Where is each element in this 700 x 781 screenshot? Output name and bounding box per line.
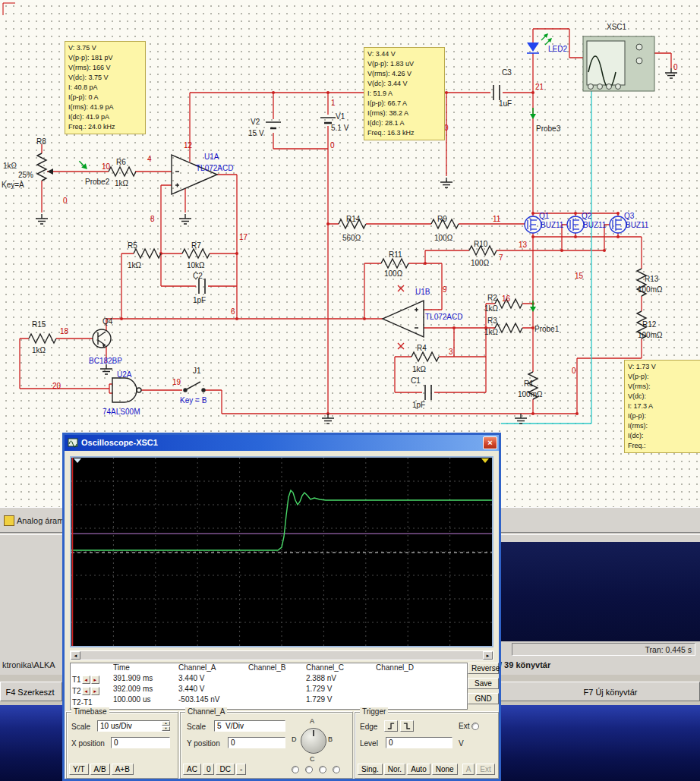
channel-a-group: Channel_A Scale Y position AC0DC- ABCD <box>180 712 353 779</box>
scope-hscrollbar[interactable]: ◄ ► <box>70 650 493 660</box>
trigger-level-input[interactable] <box>386 737 452 748</box>
schematic-sheet[interactable]: R81kΩ25%Key=AProbe2R61kΩR51kΩR710kΩC21pF… <box>0 0 700 507</box>
channel-radio[interactable] <box>319 766 326 773</box>
cursor-next-button[interactable]: ► <box>91 676 99 684</box>
probe-reading: I: 51.9 A <box>367 89 441 99</box>
led-emission-arrows <box>541 33 552 45</box>
cursor1-marker-icon[interactable] <box>74 458 81 463</box>
scroll-right-button[interactable]: ► <box>483 651 493 660</box>
timebase-scale-spinner[interactable]: ▲ ▼ <box>162 721 170 731</box>
probe-reading: V(dc): 3.44 V <box>367 79 441 89</box>
channel-radio[interactable] <box>333 766 340 773</box>
probe-reading: V(p-p): 1.83 uV <box>367 59 441 69</box>
sheet-border-corner <box>3 3 15 15</box>
reverse-button[interactable]: Reverse <box>468 663 499 674</box>
probe-arrows[interactable] <box>77 108 536 312</box>
channel-select-knob[interactable] <box>301 728 326 754</box>
knob-letter: C <box>310 755 315 763</box>
column-header: Channel_B <box>248 663 306 674</box>
channel-radio[interactable] <box>292 766 299 773</box>
probe-reading: I(rms): 41.9 pA <box>68 102 142 112</box>
gnd-button[interactable]: GND <box>468 693 499 704</box>
channel-select-area: ABCD <box>289 717 337 766</box>
probe-reading: V(rms): 166 V <box>68 63 142 73</box>
trigger-ext-radio[interactable] <box>471 723 479 730</box>
channel-a-legend: Channel_A <box>185 707 227 716</box>
cursor2-marker-icon[interactable] <box>481 458 489 463</box>
probe-reading: Freq.: 16.3 kHz <box>367 128 441 138</box>
trigger-disabled-buttons: AExt <box>462 764 495 775</box>
cursor-value <box>376 685 438 695</box>
channel-a-ypos-input[interactable] <box>228 737 285 748</box>
mosfet-symbols[interactable] <box>525 216 626 233</box>
nor--button[interactable]: Nor. <box>384 764 405 775</box>
probe-reading: I(p-p): 0 A <box>68 93 142 102</box>
a-button[interactable]: A <box>462 764 475 775</box>
auto-button[interactable]: Auto <box>407 764 430 775</box>
probe-reading: I(p-p): <box>628 411 700 421</box>
knob-letter: D <box>292 735 297 743</box>
f7-new-folder-button[interactable]: F7 Új könyvtár <box>497 682 700 701</box>
toolbar-icon[interactable] <box>4 515 14 526</box>
channel-a-scale-input[interactable] <box>214 720 285 732</box>
timebase-group: Timebase Scale ▲ ▼ X position Y/TA/BA+B <box>66 712 178 779</box>
cursor-value: 1.729 V <box>306 695 376 706</box>
led-symbol[interactable] <box>527 33 552 53</box>
timebase-xpos-label: X position <box>71 739 105 748</box>
probe-reading: V(p-p): <box>628 372 700 382</box>
oscilloscope-window[interactable]: Oscilloscope-XSC1 × ◄ ► T1◄►T2◄ <box>62 433 501 781</box>
a-b-button[interactable]: A+B <box>112 764 134 775</box>
close-button[interactable]: × <box>483 436 497 449</box>
ac-button[interactable]: AC <box>183 764 201 775</box>
sing--button[interactable]: Sing. <box>358 764 383 775</box>
cursor-labels: T1◄►T2◄►T2-T1 <box>71 663 113 709</box>
scope-grid <box>71 458 492 646</box>
cursor-value <box>248 674 306 685</box>
cursor-value: 3.440 V <box>178 674 248 685</box>
ext-button[interactable]: Ext <box>476 764 494 775</box>
timebase-xpos-input[interactable] <box>111 737 170 748</box>
trigger-group: Trigger Edge Ext Level V Sing.Nor.AutoNo… <box>355 712 499 779</box>
scope-screen[interactable] <box>70 456 493 647</box>
spin-down-icon[interactable]: ▼ <box>162 726 170 731</box>
knob-letter: A <box>310 717 314 725</box>
probe-reading: V(rms): <box>628 382 700 392</box>
channel-radio[interactable] <box>305 766 313 773</box>
cursor-value: -503.145 nV <box>178 695 248 706</box>
cursor-prev-button[interactable]: ◄ <box>82 676 90 684</box>
cursor-table: TimeChannel_AChannel_BChannel_CChannel_D… <box>113 663 438 709</box>
trigger-edge-label: Edge <box>360 723 377 731</box>
scope-body: ◄ ► T1◄►T2◄►T2-T1 TimeChannel_AChannel_B… <box>65 451 499 779</box>
cursor-value <box>248 685 306 695</box>
cursor-next-button[interactable]: ► <box>91 687 99 695</box>
cursor-prev-button[interactable]: ◄ <box>82 687 90 695</box>
probe-box-right: V: 1.73 VV(p-p):V(rms):V(dc):I: 17.3 AI(… <box>624 360 700 453</box>
save-button[interactable]: Save <box>468 678 499 689</box>
--button[interactable]: - <box>236 764 246 775</box>
f4-edit-button[interactable]: F4 Szerkeszt <box>0 682 62 701</box>
xsc1-instrument-icon[interactable] <box>583 36 654 91</box>
spin-up-icon[interactable]: ▲ <box>162 721 170 726</box>
falling-edge-button[interactable] <box>400 720 414 732</box>
0-button[interactable]: 0 <box>203 764 215 775</box>
scroll-left-button[interactable]: ◄ <box>71 651 80 660</box>
none-button[interactable]: None <box>432 764 458 775</box>
trigger-ext: Ext <box>459 722 479 730</box>
cursor-label: T2-T1 <box>72 698 93 707</box>
timebase-scale-input[interactable] <box>97 720 170 732</box>
titlebar[interactable]: Oscilloscope-XSC1 × <box>65 435 499 451</box>
timebase-scale-label: Scale <box>71 723 90 731</box>
y-t-button[interactable]: Y/T <box>69 764 89 775</box>
scope-plot <box>71 458 492 646</box>
rising-edge-button[interactable] <box>384 720 398 732</box>
column-header: Channel_A <box>178 663 248 674</box>
a-b-button[interactable]: A/B <box>90 764 110 775</box>
cursor-value: 2.388 nV <box>306 674 376 685</box>
trigger-legend: Trigger <box>360 707 388 716</box>
scope-channel-wire[interactable] <box>501 91 591 424</box>
cursor-value <box>376 695 438 706</box>
scope-cursor-readout: T1◄►T2◄►T2-T1 TimeChannel_AChannel_BChan… <box>70 663 468 710</box>
path-fragment: ktronika\ALKA <box>2 660 55 669</box>
dc-button[interactable]: DC <box>216 764 234 775</box>
probe-reading: I(dc): 41.9 pA <box>68 112 142 122</box>
